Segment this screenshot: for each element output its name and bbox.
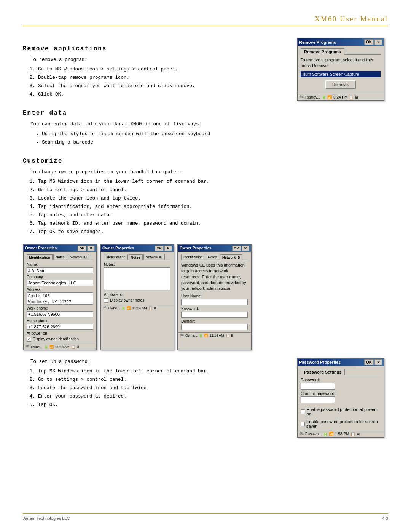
owner-notes-tab-identification[interactable]: Identification — [104, 254, 128, 260]
start-icon-id: 🏁 — [25, 345, 29, 349]
owner-notes-textarea[interactable] — [104, 267, 170, 290]
owner-id-tab-identification[interactable]: Identification — [27, 254, 53, 260]
owner-notes-body: Identification Notes Network ID Notes: A… — [101, 252, 174, 305]
owner-network-status-label: Owne... — [185, 334, 197, 337]
owner-notes-time: 11:14 AM — [132, 306, 147, 310]
owner-address-value[interactable]: Suite 105 Woodbury, NY 11797 — [27, 292, 93, 305]
owner-id-checkbox[interactable]: ✓ — [27, 337, 31, 342]
password-dialog: Password Properties OK ✕ Password Settin… — [297, 358, 384, 438]
owner-work-value[interactable]: +1.516.677.9500 — [27, 311, 93, 317]
password-step-4: Enter your password as desired. — [38, 393, 289, 400]
owner-id-dialog: Owner Properties OK ✕ Identification Not… — [23, 244, 97, 350]
owner-id-buttons: OK ✕ — [78, 246, 95, 251]
owner-network-username-input[interactable] — [181, 299, 248, 305]
owner-notes-buttons: OK ✕ — [155, 246, 172, 251]
owner-home-value[interactable]: +1.877.526.2699 — [27, 324, 93, 330]
owner-notes-checkbox-row: Display owner notes — [104, 298, 170, 303]
password-confirm-label: Confirm password: — [301, 391, 381, 396]
owner-dialogs: Owner Properties OK ✕ Identification Not… — [23, 244, 388, 350]
password-label: Password: — [301, 377, 381, 382]
password-checkbox2-row: Enable password protection for screen sa… — [301, 419, 381, 428]
remove-list-item[interactable]: Ilium Software Screen Capture — [301, 71, 381, 77]
owner-notes-close[interactable]: ✕ — [164, 246, 172, 251]
password-text: To set up a password: Tap MS Windows ico… — [23, 358, 289, 409]
password-tab[interactable]: Password Settings — [301, 369, 345, 375]
password-close-button[interactable]: ✕ — [374, 359, 382, 365]
owner-company-value[interactable]: Janam Technologies, LLC — [27, 280, 93, 286]
owner-network-username-label: User Name: — [181, 294, 248, 298]
owner-id-tab-notes[interactable]: Notes — [53, 254, 67, 260]
owner-network-ok[interactable]: OK — [232, 246, 241, 251]
password-tabs: Password Settings — [301, 368, 381, 375]
password-body: To set up a password: Tap MS Windows ico… — [30, 358, 289, 409]
owner-network-titlebar: Owner Properties OK ✕ — [178, 245, 251, 252]
owner-network-icons: 🔋 📶 — [199, 334, 208, 337]
password-dialog-container: Password Properties OK ✕ Password Settin… — [297, 358, 388, 438]
owner-notes-icons: 🔋 📶 — [121, 306, 131, 310]
password-input[interactable] — [301, 383, 335, 390]
owner-address-label: Address: — [27, 288, 93, 292]
owner-notes-checkbox[interactable] — [104, 298, 108, 303]
owner-network-tab-identification[interactable]: Identification — [181, 254, 205, 260]
owner-network-domain-label: Domain: — [181, 319, 248, 323]
owner-notes-statusbar: 🏁 Owne... 🔋 📶 11:14 AM 📋 🖥 — [101, 305, 174, 311]
owner-id-title: Owner Properties — [25, 246, 57, 250]
enter-data-bullet-1: Using the stylus or touch screen with th… — [42, 130, 289, 138]
remove-status-time: 6:24 PM — [333, 95, 347, 99]
owner-network-password-input[interactable] — [181, 312, 248, 318]
password-checkbox1[interactable] — [301, 409, 305, 414]
owner-id-ok[interactable]: OK — [78, 246, 87, 251]
owner-notes-title: Owner Properties — [102, 246, 134, 250]
owner-id-close[interactable]: ✕ — [87, 246, 95, 251]
password-title: Password Properties — [299, 360, 341, 364]
owner-notes-tab-network[interactable]: Network ID — [143, 254, 165, 260]
password-status-icons: 🔋 📶 — [323, 432, 333, 436]
enter-data-bullet-2: Scanning a barcode — [42, 139, 289, 146]
owner-notes-checkbox-label: Display owner notes — [110, 298, 144, 302]
owner-id-extra: 📋 🖥 — [71, 345, 80, 349]
enter-data-intro: You can enter data into your Janam XM60 … — [30, 120, 289, 128]
owner-id-tab-network[interactable]: Network ID — [68, 254, 89, 260]
remove-step-4: Click OK. — [38, 91, 289, 98]
owner-name-value[interactable]: J.A. Nam — [27, 267, 93, 273]
password-ok-button[interactable]: OK — [364, 359, 374, 365]
password-checkbox1-label: Enable password protection at power-on — [307, 407, 381, 416]
remove-tab[interactable]: Remove Programs — [301, 48, 344, 55]
owner-network-tabs: Identification Notes Network ID — [181, 254, 248, 260]
remove-button[interactable]: Remove. — [325, 80, 356, 89]
password-checkbox2[interactable] — [301, 422, 305, 426]
owner-network-dialog: Owner Properties OK ✕ Identification Not… — [177, 244, 252, 350]
owner-home-label: Home phone: — [27, 319, 93, 323]
owner-id-titlebar: Owner Properties OK ✕ — [24, 245, 96, 252]
remove-ok-button[interactable]: OK — [364, 39, 374, 45]
owner-notes-at-power-on: At power-on — [104, 292, 170, 297]
password-checkbox2-label: Enable password protection for screen sa… — [306, 419, 381, 428]
owner-network-tab-network[interactable]: Network ID — [220, 254, 242, 260]
owner-notes-tab-notes[interactable]: Notes — [129, 254, 143, 260]
remove-status-icons: 🔋 📶 — [322, 95, 332, 99]
owner-id-checkbox-label: Display owner identification — [33, 337, 79, 341]
enter-data-bullets: Using the stylus or touch screen with th… — [42, 130, 289, 146]
page-header: XM60 User Manual — [23, 15, 388, 26]
remove-close-button[interactable]: ✕ — [374, 39, 382, 45]
customize-intro: To change owner properties on your handh… — [30, 168, 289, 176]
owner-id-tabs: Identification Notes Network ID — [27, 254, 93, 260]
owner-network-close[interactable]: ✕ — [242, 246, 249, 251]
password-confirm-input[interactable] — [301, 396, 335, 403]
owner-network-tab-notes[interactable]: Notes — [206, 254, 220, 260]
password-options: Enable password protection at power-on E… — [301, 407, 381, 428]
owner-id-checkbox-row: ✓ Display owner identification — [27, 337, 93, 342]
start-icon-network: 🏁 — [180, 334, 184, 337]
customize-step-3: Locate the owner icon and tap twice. — [38, 195, 289, 202]
remove-body: To remove a program: Go to MS Windows ic… — [30, 56, 289, 98]
owner-notes-tabs: Identification Notes Network ID — [104, 254, 170, 260]
owner-network-password-label: Password: — [181, 307, 248, 311]
owner-network-time: 11:14 AM — [210, 334, 224, 337]
owner-notes-extra: 📋 🖥 — [148, 306, 157, 310]
footer-company: Janam Technologies LLC — [23, 516, 70, 521]
page-footer: Janam Technologies LLC 4-3 — [23, 513, 388, 521]
owner-network-domain-input[interactable] — [181, 324, 248, 330]
remove-status-label: Remov... — [305, 95, 320, 99]
owner-notes-ok[interactable]: OK — [155, 246, 164, 251]
remove-step-3: Select the program you want to delete an… — [38, 82, 289, 90]
